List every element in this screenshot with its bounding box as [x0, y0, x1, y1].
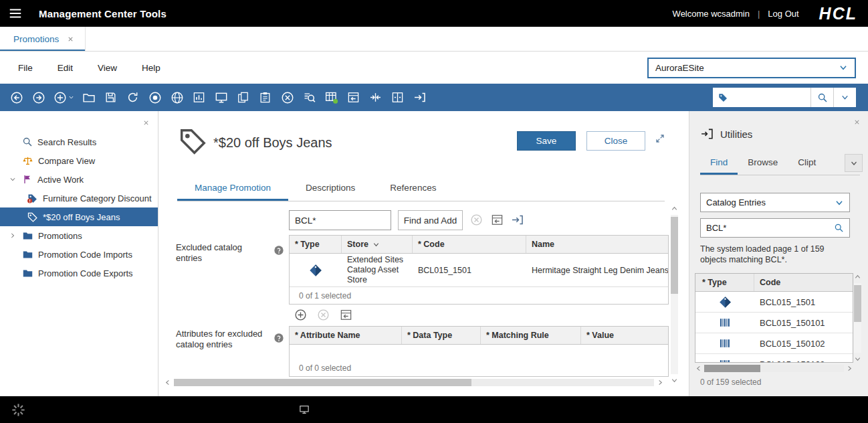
- column-code[interactable]: * Code: [413, 236, 526, 253]
- logout-link[interactable]: Log Out: [768, 9, 798, 19]
- sidebar-item-promo-code-imports[interactable]: Promotion Code Imports: [0, 245, 158, 264]
- open-folder-icon[interactable]: [78, 84, 100, 111]
- v-scrollbar[interactable]: [853, 273, 862, 363]
- scroll-thumb[interactable]: [854, 285, 861, 322]
- scroll-thumb[interactable]: [174, 379, 471, 386]
- menu-view[interactable]: View: [98, 63, 117, 73]
- tab-browse[interactable]: Browse: [738, 153, 788, 175]
- open-in-panel-icon[interactable]: [511, 214, 524, 226]
- table-row[interactable]: BCL015_150103: [695, 354, 853, 363]
- close-button[interactable]: Close: [586, 131, 645, 151]
- find-icon[interactable]: [298, 84, 320, 111]
- save-icon[interactable]: [100, 84, 122, 111]
- help-icon[interactable]: [274, 333, 284, 343]
- scroll-left-icon[interactable]: [164, 379, 171, 386]
- remove-entry-icon[interactable]: [470, 214, 483, 226]
- table-row[interactable]: Extended Sites Catalog Asset Store BCL01…: [290, 254, 668, 287]
- exit-panel-icon[interactable]: [409, 84, 431, 111]
- scroll-down-icon[interactable]: [671, 377, 678, 384]
- help-icon[interactable]: [274, 245, 284, 256]
- delete-icon[interactable]: [276, 84, 298, 111]
- scroll-thumb[interactable]: [671, 217, 678, 294]
- filter-chevron-icon[interactable]: [372, 241, 380, 248]
- attribute-columns-icon[interactable]: [340, 309, 352, 321]
- scroll-track[interactable]: [174, 379, 654, 386]
- preview-icon[interactable]: [210, 84, 232, 111]
- grid-status-icon[interactable]: [320, 84, 342, 111]
- menu-file[interactable]: File: [18, 63, 33, 73]
- search-icon[interactable]: [834, 223, 844, 233]
- store-selector[interactable]: AuroraESite: [647, 58, 856, 78]
- column-matching-rule[interactable]: * Matching Rule: [481, 327, 581, 344]
- record-icon[interactable]: [144, 84, 166, 111]
- column-type[interactable]: * Type: [290, 236, 342, 253]
- menu-help[interactable]: Help: [142, 63, 160, 73]
- column-type[interactable]: * Type: [695, 274, 754, 291]
- scroll-thumb[interactable]: [704, 365, 760, 372]
- tab-clipboard[interactable]: Clipt: [788, 153, 826, 175]
- scroll-track[interactable]: [704, 365, 844, 372]
- sidebar-item-promotions-folder[interactable]: Promotions: [0, 226, 158, 245]
- chevron-right-icon[interactable]: [8, 232, 17, 239]
- forward-icon[interactable]: [27, 84, 49, 111]
- back-icon[interactable]: [5, 84, 27, 111]
- grid-columns-icon[interactable]: [491, 214, 504, 226]
- table-row[interactable]: BCL015_1501: [695, 292, 853, 313]
- sidebar-item-jeans-promotion[interactable]: *$20 off Boys Jeans: [0, 207, 158, 226]
- sidebar-item-promo-code-exports[interactable]: Promotion Code Exports: [0, 264, 158, 282]
- tab-overflow-chevron-icon[interactable]: [845, 154, 863, 172]
- column-store[interactable]: Store: [342, 236, 413, 253]
- object-type-selector[interactable]: Catalog Entries: [700, 193, 850, 212]
- remove-attribute-icon[interactable]: [317, 309, 330, 321]
- tab-find[interactable]: Find: [700, 153, 738, 175]
- console-icon[interactable]: [299, 404, 310, 415]
- scroll-right-icon[interactable]: [657, 379, 664, 386]
- find-and-add-button[interactable]: Find and Add: [398, 210, 463, 230]
- scroll-up-icon[interactable]: [671, 205, 678, 212]
- maximize-icon[interactable]: [655, 133, 665, 144]
- h-scrollbar[interactable]: [695, 364, 853, 373]
- tab-close-icon[interactable]: [67, 35, 74, 43]
- column-code[interactable]: Code: [754, 274, 853, 291]
- utilities-close-icon[interactable]: [853, 118, 861, 126]
- sidebar-item-furniture-discount[interactable]: Furniture Category Discount: [0, 189, 158, 207]
- utilities-search-box[interactable]: [700, 218, 850, 238]
- explorer-close-icon[interactable]: [142, 119, 150, 126]
- table-row[interactable]: BCL015_150101: [695, 313, 853, 333]
- toolbar-search-box[interactable]: [713, 88, 810, 107]
- utilities-search-input[interactable]: [706, 223, 834, 233]
- add-attribute-icon[interactable]: [294, 309, 307, 321]
- merge-icon[interactable]: [364, 84, 387, 111]
- scroll-up-icon[interactable]: [854, 273, 861, 280]
- column-data-type[interactable]: * Data Type: [402, 327, 481, 344]
- tab-descriptions[interactable]: Descriptions: [288, 177, 372, 201]
- toolbar-search-button[interactable]: [810, 88, 833, 107]
- import-grid-icon[interactable]: [342, 84, 364, 111]
- save-button[interactable]: Save: [517, 131, 576, 151]
- refresh-icon[interactable]: [122, 84, 144, 111]
- column-attribute-name[interactable]: * Attribute Name: [290, 327, 402, 344]
- column-name[interactable]: Name: [526, 236, 668, 253]
- scroll-left-icon[interactable]: [695, 365, 702, 372]
- sidebar-item-active-work[interactable]: Active Work: [0, 170, 158, 189]
- menu-edit[interactable]: Edit: [58, 63, 73, 73]
- scroll-right-icon[interactable]: [846, 365, 853, 372]
- split-view-icon[interactable]: [387, 84, 409, 111]
- toolbar-search-options-button[interactable]: [833, 88, 856, 107]
- chevron-down-icon[interactable]: [8, 176, 17, 183]
- catalog-find-input[interactable]: [289, 210, 391, 230]
- copy-icon[interactable]: [232, 84, 254, 111]
- column-value[interactable]: * Value: [581, 327, 668, 344]
- sidebar-item-compare-view[interactable]: Compare View: [0, 151, 158, 170]
- tab-references[interactable]: References: [372, 177, 453, 201]
- hamburger-menu-icon[interactable]: [0, 0, 31, 27]
- new-icon[interactable]: [49, 84, 78, 111]
- tab-manage-promotion[interactable]: Manage Promotion: [177, 177, 288, 201]
- paste-icon[interactable]: [254, 84, 276, 111]
- scroll-down-icon[interactable]: [854, 355, 861, 363]
- report-icon[interactable]: [188, 84, 210, 111]
- v-scrollbar[interactable]: [670, 205, 679, 384]
- table-row[interactable]: BCL015_150102: [695, 333, 853, 354]
- toolbar-search-input[interactable]: [732, 92, 806, 102]
- globe-icon[interactable]: [166, 84, 188, 111]
